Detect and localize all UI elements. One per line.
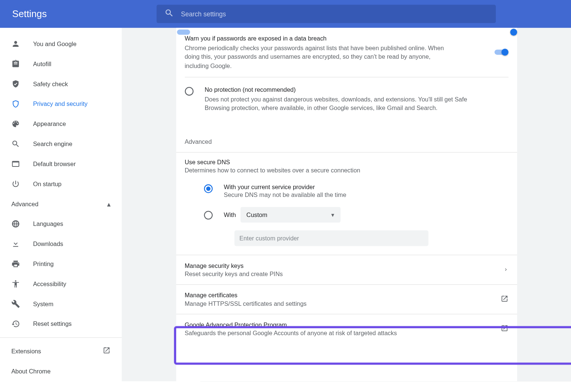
sidebar-item-privacy-and-security[interactable]: Privacy and security	[0, 94, 122, 114]
radio-dns-current-provider[interactable]: With your current service provider Secur…	[195, 179, 517, 203]
browser-icon	[11, 159, 20, 168]
palette-icon	[11, 120, 20, 128]
toggle-track	[177, 30, 190, 35]
toggle-thumb	[510, 29, 517, 36]
dns-opt1-desc: Secure DNS may not be available all the …	[224, 191, 346, 198]
search-container[interactable]	[157, 5, 496, 23]
row-manage-certificates[interactable]: Manage certificates Manage HTTPS/SSL cer…	[176, 285, 517, 314]
divider	[0, 337, 122, 338]
sidebar-item-languages[interactable]: Languages	[0, 214, 122, 234]
search-input[interactable]	[181, 10, 488, 17]
sidebar-item-reset-settings[interactable]: Reset settings	[0, 314, 122, 334]
row-title: Manage certificates	[185, 292, 307, 299]
power-icon	[11, 179, 20, 188]
sidebar-item-downloads[interactable]: Downloads	[0, 234, 122, 254]
person-icon	[11, 39, 20, 48]
section-secure-dns: Use secure DNS Determines how to connect…	[176, 152, 517, 255]
radio-dns-custom[interactable]: With Custom ▾	[195, 203, 517, 227]
launch-icon	[103, 346, 110, 356]
clipboard-icon	[11, 59, 20, 68]
row-desc: Manage HTTPS/SSL certificates and settin…	[185, 300, 307, 307]
radio-desc: Does not protect you against dangerous w…	[204, 95, 487, 112]
dns-with-label: With	[224, 211, 236, 218]
dns-opt1-title: With your current service provider	[224, 184, 346, 191]
launch-icon	[500, 295, 508, 304]
sidebar-item-label: Appearance	[33, 120, 66, 127]
main-area: Warn you if passwords are exposed in a d…	[122, 28, 571, 381]
sidebar-item-label: Accessibility	[33, 281, 66, 288]
sidebar-item-label: Search engine	[33, 140, 72, 148]
sidebar-item-search-engine[interactable]: Search engine	[0, 134, 122, 154]
sidebar-item-label: Safety check	[33, 80, 68, 87]
sidebar-item-accessibility[interactable]: Accessibility	[0, 274, 122, 294]
sidebar-item-appearance[interactable]: Appearance	[0, 114, 122, 134]
shield-check-icon	[11, 80, 20, 88]
row-desc: Safeguards the personal Google Accounts …	[185, 330, 397, 337]
printer-icon	[11, 259, 20, 268]
row-title: Google Advanced Protection Program	[185, 321, 397, 328]
row-desc: Reset security keys and create PINs	[185, 270, 283, 278]
dns-title: Use secure DNS	[185, 159, 361, 166]
restore-icon	[11, 320, 20, 328]
app-header: Settings	[0, 0, 571, 28]
toggle-password-breach[interactable]	[493, 48, 508, 56]
sidebar-item-label: On startup	[33, 181, 61, 188]
sidebar-advanced-header[interactable]: Advanced ▴	[0, 194, 122, 214]
header-title: Settings	[12, 8, 157, 19]
sidebar-item-printing[interactable]: Printing	[0, 254, 122, 274]
setting-desc: Chrome periodically checks your password…	[185, 43, 446, 70]
chevron-up-icon: ▴	[107, 200, 110, 208]
sidebar-item-system[interactable]: System	[0, 294, 122, 314]
dns-select-value: Custom	[246, 211, 267, 218]
chevron-right-icon	[503, 266, 508, 274]
sidebar: You and Google Autofill Safety check Pri…	[0, 28, 122, 381]
search-icon	[11, 140, 20, 148]
sidebar-advanced-label: Advanced	[11, 200, 38, 207]
sidebar-item-label: Default browser	[33, 161, 76, 168]
radio-icon	[204, 185, 212, 193]
sidebar-item-about-chrome[interactable]: About Chrome	[0, 361, 122, 381]
sidebar-item-autofill[interactable]: Autofill	[0, 54, 122, 74]
sidebar-item-label: Reset settings	[33, 320, 72, 327]
sidebar-item-label: Printing	[33, 260, 54, 268]
sidebar-item-label: System	[33, 300, 54, 307]
sidebar-item-label: You and Google	[33, 41, 77, 48]
sidebar-item-extensions[interactable]: Extensions	[0, 341, 122, 361]
sidebar-item-on-startup[interactable]: On startup	[0, 174, 122, 194]
row-google-advanced-protection[interactable]: Google Advanced Protection Program Safeg…	[176, 314, 517, 344]
globe-icon	[11, 220, 20, 228]
dns-provider-select[interactable]: Custom ▾	[240, 207, 340, 223]
radio-icon	[204, 211, 212, 220]
radio-no-protection[interactable]: No protection (not recommended) Does not…	[176, 77, 517, 121]
sidebar-item-safety-check[interactable]: Safety check	[0, 74, 122, 94]
dns-desc: Determines how to connect to websites ov…	[185, 167, 361, 174]
sidebar-item-label: Privacy and security	[33, 100, 88, 107]
launch-icon	[500, 324, 508, 334]
sidebar-item-you-and-google[interactable]: You and Google	[0, 34, 122, 54]
setting-password-breach-warning: Warn you if passwords are exposed in a d…	[176, 28, 517, 77]
radio-title: No protection (not recommended)	[204, 86, 487, 93]
sidebar-item-label: Downloads	[33, 240, 63, 247]
setting-title: Warn you if passwords are exposed in a d…	[185, 35, 508, 42]
sidebar-item-label: Extensions	[11, 348, 41, 355]
chevron-down-icon: ▾	[331, 211, 334, 218]
sidebar-item-label: Languages	[33, 220, 63, 227]
wrench-icon	[11, 299, 20, 308]
sidebar-item-label: About Chrome	[11, 368, 51, 375]
settings-panel: Warn you if passwords are exposed in a d…	[176, 28, 517, 381]
radio-icon	[185, 87, 193, 95]
sidebar-item-default-browser[interactable]: Default browser	[0, 154, 122, 174]
toggle-thumb	[501, 49, 508, 56]
row-manage-security-keys[interactable]: Manage security keys Reset security keys…	[176, 255, 517, 285]
shield-icon	[11, 100, 20, 108]
dns-custom-provider-input[interactable]	[234, 231, 428, 246]
toggle-secure-dns[interactable]	[493, 162, 508, 171]
section-advanced-label: Advanced	[176, 121, 517, 152]
search-icon	[164, 8, 181, 19]
accessibility-icon	[11, 279, 20, 288]
download-icon	[11, 240, 20, 248]
row-title: Manage security keys	[185, 262, 283, 269]
sidebar-item-label: Autofill	[33, 61, 51, 68]
